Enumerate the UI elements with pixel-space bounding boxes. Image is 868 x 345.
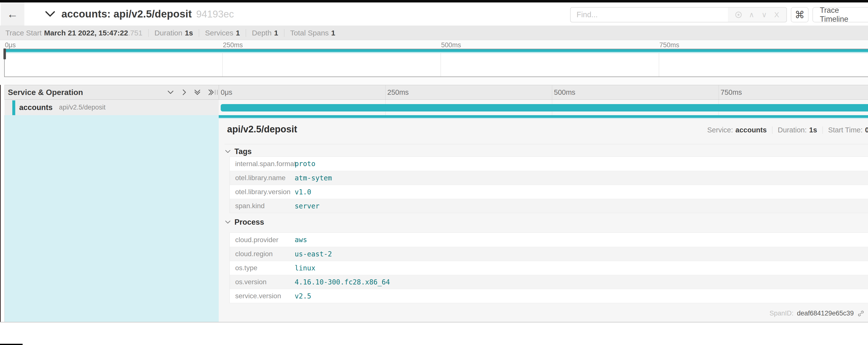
back-arrow-icon: ← — [7, 7, 18, 21]
tags-section-title: Tags — [235, 147, 252, 156]
collapse-one-icon[interactable] — [166, 88, 175, 96]
process-row: cloud.provider aws — [230, 233, 868, 247]
tags-table: internal.span.format proto otel.library.… — [229, 156, 868, 213]
service-label: Service: — [707, 126, 733, 134]
process-section-title: Process — [235, 218, 264, 227]
process-key: service.version — [230, 292, 294, 300]
duration-label: Duration: — [778, 126, 807, 134]
chevron-down-icon — [225, 150, 230, 153]
trace-header: ← accounts: api/v2.5/deposit 94193ec ∧ ∨… — [0, 2, 868, 26]
process-row: cloud.region us-east-2 — [230, 247, 868, 261]
minimap-tick-750: 750ms — [659, 41, 679, 49]
command-key-icon: ⌘ — [795, 9, 805, 21]
span-service-name: accounts — [19, 103, 53, 112]
expand-all-icon[interactable] — [207, 88, 215, 96]
process-row: os.version 4.16.10-300.fc28.x86_64 — [230, 275, 868, 289]
bottom-left-mark — [0, 344, 23, 345]
prev-match-icon[interactable]: ∧ — [749, 11, 754, 19]
span-row-timeline-cell[interactable] — [219, 100, 868, 115]
focus-match-icon[interactable] — [735, 11, 742, 18]
total-spans-label: Total Spans — [290, 29, 329, 37]
timeline-tick-750: 750ms — [720, 85, 742, 99]
page-title: accounts: api/v2.5/deposit 94193ec — [61, 2, 234, 26]
span-table-header: Service & Operation 0μs 250ms 500ms 750m… — [4, 85, 868, 100]
window-top-bar — [0, 0, 868, 2]
column-resize-grip[interactable] — [215, 90, 218, 95]
detail-bottom-border-soft — [0, 322, 868, 323]
start-time-label: Start Time: — [828, 126, 863, 134]
span-id-footer: SpanID: deaf684129e65c39 — [770, 310, 865, 317]
divider — [199, 29, 199, 37]
divider — [246, 29, 246, 37]
depth-label: Depth — [252, 29, 272, 37]
depth-value: 1 — [274, 29, 278, 37]
span-detail-panel: api/v2.5/deposit Service: accounts Durat… — [219, 115, 868, 322]
chevron-down-icon — [225, 221, 230, 224]
selected-span-name-column[interactable] — [5, 115, 219, 322]
service-operation-header: Service & Operation — [8, 85, 83, 99]
span-id-label: SpanID: — [770, 310, 794, 317]
process-key: os.type — [230, 264, 294, 272]
process-table: cloud.provider aws cloud.region us-east-… — [229, 233, 868, 303]
tag-row: internal.span.format proto — [230, 157, 868, 171]
process-value: 4.16.10-300.fc28.x86_64 — [294, 278, 390, 286]
minimap-tick-250: 250ms — [223, 41, 243, 49]
span-row-name-cell[interactable]: accounts api/v2.5/deposit — [4, 100, 219, 115]
deep-link-icon[interactable] — [857, 310, 865, 317]
tag-value: atm-sytem — [294, 174, 332, 182]
tag-value: v1.0 — [294, 188, 311, 196]
span-id-value: deaf684129e65c39 — [797, 310, 854, 317]
minimap-span-bar-shadow — [5, 52, 868, 53]
total-spans-value: 1 — [331, 29, 336, 37]
span-duration-bar[interactable] — [221, 104, 868, 112]
process-key: cloud.provider — [230, 236, 294, 244]
process-value: us-east-2 — [294, 250, 332, 258]
minimap-gridline — [222, 53, 223, 77]
tag-key: otel.library.name — [230, 174, 294, 182]
process-section-toggle[interactable]: Process — [225, 218, 264, 227]
detail-span-bar[interactable] — [219, 115, 868, 118]
service-value: accounts — [736, 126, 767, 134]
collapse-trace-icon[interactable] — [45, 11, 55, 17]
detail-divider — [225, 144, 868, 144]
span-graph-minimap: 0μs 250ms 500ms 750ms — [0, 40, 868, 85]
span-detail-meta: Service: accounts Duration: 1s Start Tim… — [707, 126, 868, 134]
keyboard-shortcuts-button[interactable]: ⌘ — [791, 7, 809, 22]
back-button[interactable]: ← — [1, 2, 24, 26]
services-value: 1 — [236, 29, 240, 37]
span-operation-name: api/v2.5/deposit — [59, 104, 105, 111]
tags-section-toggle[interactable]: Tags — [225, 147, 252, 156]
next-match-icon[interactable]: ∨ — [762, 11, 767, 19]
tag-key: span.kind — [230, 202, 294, 210]
collapse-all-icon[interactable] — [193, 88, 201, 96]
process-value: v2.5 — [294, 292, 311, 300]
expand-one-icon[interactable] — [180, 88, 188, 96]
process-value: aws — [294, 236, 307, 244]
trace-summary-bar: Trace Start March 21 2022, 15:47:22 .751… — [0, 26, 868, 40]
duration-value: 1s — [809, 126, 817, 134]
minimap-span-bar — [5, 49, 868, 52]
process-row: os.type linux — [230, 261, 868, 275]
trace-view-selector[interactable]: Trace Timeline — [812, 7, 868, 22]
find-input[interactable] — [570, 7, 728, 22]
timeline-gridline — [552, 85, 552, 99]
duration-label: Duration — [155, 29, 182, 37]
minimap-left-scrubber[interactable] — [3, 49, 6, 59]
trace-id-short: 94193ec — [196, 9, 234, 20]
process-key: cloud.region — [230, 250, 294, 258]
detail-span-bar-shadow — [219, 118, 868, 119]
minimap-tick-0: 0μs — [5, 41, 16, 49]
process-row: service.version v2.5 — [230, 289, 868, 303]
collapse-controls — [166, 85, 215, 99]
column-divider — [219, 85, 219, 99]
divider — [284, 29, 284, 37]
tag-value: proto — [294, 160, 315, 168]
trace-view-label: Trace Timeline — [820, 6, 867, 24]
clear-find-icon[interactable]: X — [774, 11, 779, 19]
timeline-tick-250: 250ms — [387, 85, 409, 99]
minimap-tick-500: 500ms — [441, 41, 461, 49]
tag-value: server — [294, 202, 319, 210]
tag-row: otel.library.version v1.0 — [230, 185, 868, 199]
timeline-tick-500: 500ms — [554, 85, 575, 99]
minimap-gridline — [659, 53, 659, 77]
